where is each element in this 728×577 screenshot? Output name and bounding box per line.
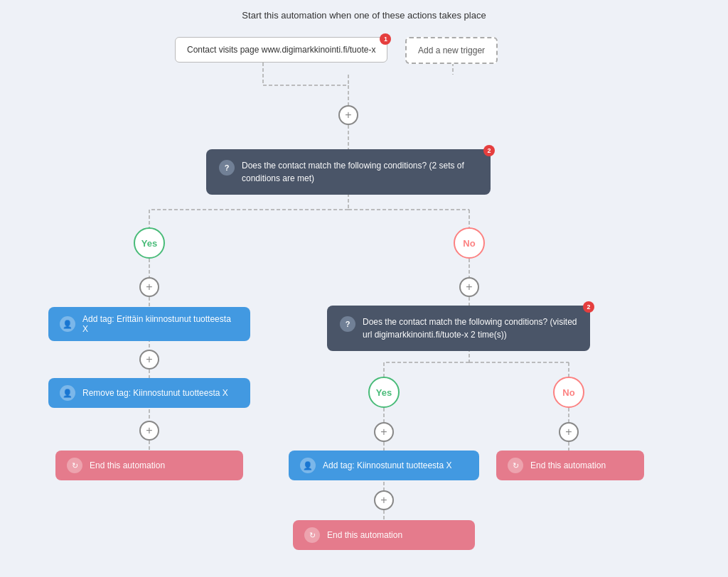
- action2-icon: 👤: [60, 385, 75, 401]
- action2-text: Remove tag: Kiinnostunut tuotteesta X: [82, 388, 228, 398]
- trigger1-badge: 1: [380, 33, 391, 45]
- plus-circle-8[interactable]: +: [559, 422, 579, 442]
- condition1-text: Does the contact match the following con…: [242, 159, 478, 185]
- end2-icon: ↻: [304, 527, 320, 543]
- condition2-icon: ?: [340, 316, 355, 332]
- condition2-wrapper: ? Does the contact match the following c…: [327, 306, 590, 351]
- end2-box[interactable]: ↻ End this automation: [293, 520, 475, 550]
- condition1-badge: 2: [483, 145, 495, 156]
- end2-text: End this automation: [327, 530, 402, 540]
- yes-circle-1: Yes: [134, 227, 165, 259]
- action1-text: Add tag: Erittäin kiinnostunut tuotteest…: [82, 314, 239, 334]
- end1-icon: ↻: [67, 458, 82, 473]
- action3-box[interactable]: 👤 Add tag: Kiinnostunut tuotteesta X: [289, 451, 479, 480]
- action1-icon: 👤: [60, 316, 75, 332]
- no-circle-2: No: [553, 377, 584, 408]
- action2-box[interactable]: 👤 Remove tag: Kiinnostunut tuotteesta X: [48, 378, 250, 408]
- plus-circle-7[interactable]: +: [374, 490, 394, 510]
- end3-box[interactable]: ↻ End this automation: [496, 451, 644, 480]
- trigger2-box[interactable]: Add a new trigger: [405, 37, 498, 64]
- trigger1-label: Contact visits page www.digimarkkinointi…: [187, 45, 375, 55]
- end1-box[interactable]: ↻ End this automation: [55, 451, 243, 480]
- plus-circle-1[interactable]: +: [338, 105, 358, 125]
- action3-text: Add tag: Kiinnostunut tuotteesta X: [323, 460, 451, 470]
- trigger2-label: Add a new trigger: [418, 45, 485, 55]
- condition2-text: Does the contact match the following con…: [363, 316, 577, 341]
- yes-circle-2: Yes: [368, 377, 400, 408]
- action3-icon: 👤: [300, 458, 316, 473]
- condition1-box[interactable]: ? Does the contact match the following c…: [206, 149, 491, 195]
- plus-circle-4[interactable]: +: [139, 421, 159, 441]
- plus-circle-6[interactable]: +: [374, 422, 394, 442]
- trigger1-wrapper: Contact visits page www.digimarkkinointi…: [175, 37, 387, 63]
- page-title: Start this automation when one of these …: [242, 10, 486, 21]
- end3-icon: ↻: [508, 458, 523, 473]
- plus-circle-2[interactable]: +: [139, 277, 159, 297]
- condition2-box[interactable]: ? Does the contact match the following c…: [327, 306, 590, 351]
- automation-canvas: Start this automation when one of these …: [0, 0, 728, 577]
- condition1-icon: ?: [219, 160, 235, 176]
- plus-circle-3[interactable]: +: [139, 350, 159, 370]
- condition1-wrapper: ? Does the contact match the following c…: [206, 149, 491, 195]
- action1-box[interactable]: 👤 Add tag: Erittäin kiinnostunut tuottee…: [48, 307, 250, 341]
- end3-text: End this automation: [530, 460, 606, 470]
- trigger1-box[interactable]: Contact visits page www.digimarkkinointi…: [175, 37, 387, 63]
- no-circle-1: No: [454, 227, 485, 259]
- plus-circle-5[interactable]: +: [459, 277, 479, 297]
- connector-lines: [0, 0, 728, 577]
- end1-text: End this automation: [90, 460, 165, 470]
- condition2-badge: 2: [583, 301, 594, 313]
